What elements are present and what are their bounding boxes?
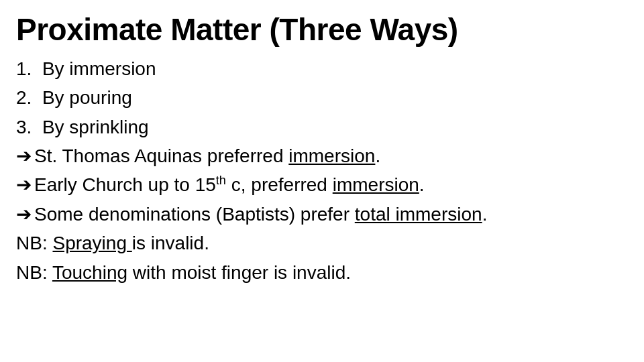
bullet-arrow-3: ➔ <box>16 200 32 229</box>
bullet-item-1: ➔ St. Thomas Aquinas preferred immersion… <box>16 141 628 170</box>
list-item-1: 1. By immersion <box>16 54 628 83</box>
bullet-list: ➔ St. Thomas Aquinas preferred immersion… <box>16 141 628 229</box>
bullet-text-2: Early Church up to 15th c, preferred imm… <box>34 170 425 199</box>
nb-list: NB: Spraying is invalid. NB: Touching wi… <box>16 229 628 287</box>
slide-container: Proximate Matter (Three Ways) 1. By imme… <box>16 12 628 287</box>
bullet-arrow-2: ➔ <box>16 170 32 199</box>
numbered-list: 1. By immersion 2. By pouring 3. By spri… <box>16 54 628 141</box>
slide-title: Proximate Matter (Three Ways) <box>16 12 628 48</box>
bullet-text-1: St. Thomas Aquinas preferred immersion. <box>34 141 380 170</box>
nb-item-2: NB: Touching with moist finger is invali… <box>16 258 628 287</box>
bullet-item-3: ➔ Some denominations (Baptists) prefer t… <box>16 200 628 229</box>
nb-item-1: NB: Spraying is invalid. <box>16 229 628 257</box>
bullet-item-2: ➔ Early Church up to 15th c, preferred i… <box>16 170 628 199</box>
bullet-arrow-1: ➔ <box>16 141 32 170</box>
bullet-text-3: Some denominations (Baptists) prefer tot… <box>34 200 487 229</box>
list-item-2: 2. By pouring <box>16 83 628 112</box>
list-item-3: 3. By sprinkling <box>16 113 628 141</box>
